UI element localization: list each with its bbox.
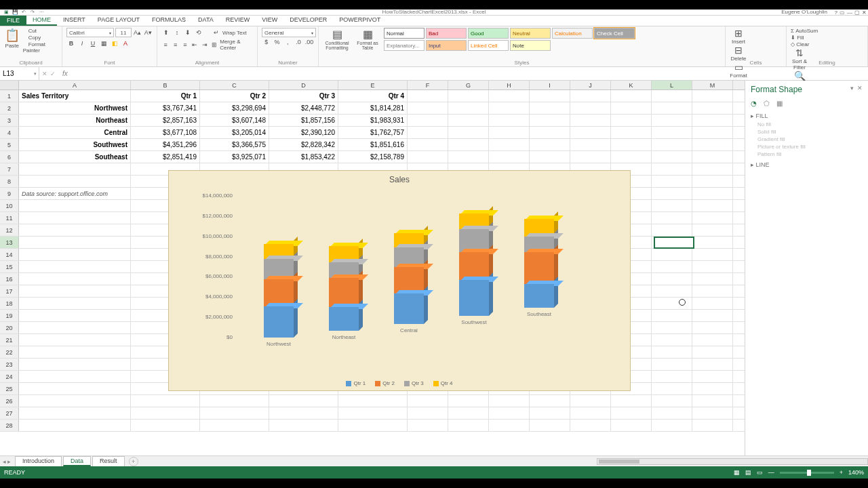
tab-view[interactable]: VIEW xyxy=(256,15,283,26)
column-header-A[interactable]: A xyxy=(19,81,131,89)
cell-L15[interactable] xyxy=(652,261,692,272)
cell-K5[interactable] xyxy=(611,139,652,150)
sheet-nav-next-icon[interactable]: ▸ xyxy=(7,458,11,465)
shrink-font-icon[interactable]: A▾ xyxy=(143,28,153,37)
cell-A3[interactable]: Northeast xyxy=(19,115,131,126)
inc-decimal-icon[interactable]: .0 xyxy=(294,37,303,47)
cell-style-check-cell[interactable]: Check Cell xyxy=(594,28,635,39)
row-header-23[interactable]: 23 xyxy=(0,359,19,370)
cell-M9[interactable] xyxy=(692,188,733,199)
size-tab-icon[interactable]: ▦ xyxy=(776,100,783,107)
autosum-button[interactable]: Σ AutoSum xyxy=(791,28,863,34)
column-header-G[interactable]: G xyxy=(448,81,489,89)
cell-A26[interactable] xyxy=(19,395,131,407)
cell-A11[interactable] xyxy=(19,212,131,224)
cell-A5[interactable]: Southwest xyxy=(19,139,131,150)
row-header-4[interactable]: 4 xyxy=(0,127,19,138)
align-center-icon[interactable]: ≡ xyxy=(171,40,179,49)
cell-A7[interactable] xyxy=(19,163,131,175)
comma-icon[interactable]: , xyxy=(283,37,293,47)
cell-L13[interactable] xyxy=(652,237,692,248)
row-header-5[interactable]: 5 xyxy=(0,139,19,150)
fill-option[interactable]: Pattern fill xyxy=(757,151,863,157)
cell-A21[interactable] xyxy=(19,334,131,346)
cell-M2[interactable] xyxy=(692,102,733,114)
row-header-22[interactable]: 22 xyxy=(0,346,19,358)
align-bottom-icon[interactable]: ⬇ xyxy=(183,28,193,37)
conditional-formatting-button[interactable]: ▤ Conditional Formatting xyxy=(323,28,351,51)
wrap-text-button[interactable]: ↵ xyxy=(212,28,221,37)
cell-D26[interactable] xyxy=(269,395,338,407)
minimize-icon[interactable]: — xyxy=(847,9,852,16)
clear-button[interactable]: ◇ Clear xyxy=(791,41,863,47)
row-header-8[interactable]: 8 xyxy=(0,176,19,187)
cell-M15[interactable] xyxy=(692,261,733,272)
cell-F28[interactable] xyxy=(408,420,448,431)
cell-C26[interactable] xyxy=(200,395,269,407)
cell-K26[interactable] xyxy=(611,395,652,407)
fill-option[interactable]: No fill xyxy=(757,121,863,127)
sort-filter-button[interactable]: ⇅Sort & Filter xyxy=(791,47,808,70)
cell-G5[interactable] xyxy=(448,139,489,150)
cell-L1[interactable] xyxy=(652,90,692,102)
cell-C28[interactable] xyxy=(200,420,269,431)
fx-icon[interactable]: fx xyxy=(58,70,72,77)
cell-F1[interactable] xyxy=(408,90,448,102)
cell-A15[interactable] xyxy=(19,261,131,272)
cell-K1[interactable] xyxy=(611,90,652,102)
cell-style-linked-cell[interactable]: Linked Cell xyxy=(468,40,509,51)
cell-H5[interactable] xyxy=(489,139,530,150)
cell-E4[interactable]: $1,762,757 xyxy=(338,127,408,138)
cell-G26[interactable] xyxy=(448,395,489,407)
cell-C2[interactable]: $3,298,694 xyxy=(200,102,269,114)
cell-M12[interactable] xyxy=(692,224,733,236)
row-header-2[interactable]: 2 xyxy=(0,102,19,114)
cell-F2[interactable] xyxy=(408,102,448,114)
row-header-25[interactable]: 25 xyxy=(0,383,19,394)
cell-I4[interactable] xyxy=(530,127,570,138)
select-all-corner[interactable] xyxy=(0,81,19,89)
line-section[interactable]: ▸ LINE xyxy=(751,161,863,168)
column-header-B[interactable]: B xyxy=(131,81,200,89)
cell-E3[interactable]: $1,983,931 xyxy=(338,115,408,126)
row-header-6[interactable]: 6 xyxy=(0,151,19,163)
cell-A19[interactable] xyxy=(19,310,131,321)
merge-button[interactable]: ⊞ xyxy=(210,40,218,49)
fill-line-tab-icon[interactable]: ◔ xyxy=(751,100,757,107)
cell-style-note[interactable]: Note xyxy=(510,40,551,51)
cell-M26[interactable] xyxy=(692,395,733,407)
name-box[interactable]: L13 xyxy=(0,67,39,80)
cell-D6[interactable]: $1,853,422 xyxy=(269,151,338,163)
cell-L21[interactable] xyxy=(652,334,692,346)
tab-review[interactable]: REVIEW xyxy=(220,15,256,26)
cell-style-normal[interactable]: Normal xyxy=(384,28,425,39)
panel-dropdown-icon[interactable]: ▾ xyxy=(850,85,854,92)
cell-G4[interactable] xyxy=(448,127,489,138)
cell-L23[interactable] xyxy=(652,359,692,370)
cell-G1[interactable] xyxy=(448,90,489,102)
cell-A6[interactable]: Southeast xyxy=(19,151,131,163)
add-sheet-button[interactable]: + xyxy=(129,457,138,466)
cell-K3[interactable] xyxy=(611,115,652,126)
cell-M7[interactable] xyxy=(692,163,733,175)
undo-icon[interactable]: ↶ xyxy=(20,9,27,15)
cell-B26[interactable] xyxy=(131,395,200,407)
row-header-20[interactable]: 20 xyxy=(0,322,19,333)
cell-style-good[interactable]: Good xyxy=(468,28,509,39)
cell-C3[interactable]: $3,607,148 xyxy=(200,115,269,126)
cell-D5[interactable]: $2,828,342 xyxy=(269,139,338,150)
cell-A14[interactable] xyxy=(19,249,131,260)
italic-button[interactable]: I xyxy=(77,39,87,48)
help-icon[interactable]: ? xyxy=(835,9,837,16)
cell-L8[interactable] xyxy=(652,176,692,187)
cell-L20[interactable] xyxy=(652,322,692,333)
cell-I28[interactable] xyxy=(530,420,570,431)
fill-option[interactable]: Gradient fill xyxy=(757,136,863,142)
row-header-21[interactable]: 21 xyxy=(0,334,19,346)
cell-F4[interactable] xyxy=(408,127,448,138)
worksheet-grid[interactable]: ABCDEFGHIJKLM 1Sales TerritoryQtr 1Qtr 2… xyxy=(0,81,745,457)
user-name[interactable]: Eugene O'Loughlin xyxy=(781,9,827,15)
column-header-J[interactable]: J xyxy=(570,81,611,89)
cell-L2[interactable] xyxy=(652,102,692,114)
cell-J5[interactable] xyxy=(570,139,611,150)
